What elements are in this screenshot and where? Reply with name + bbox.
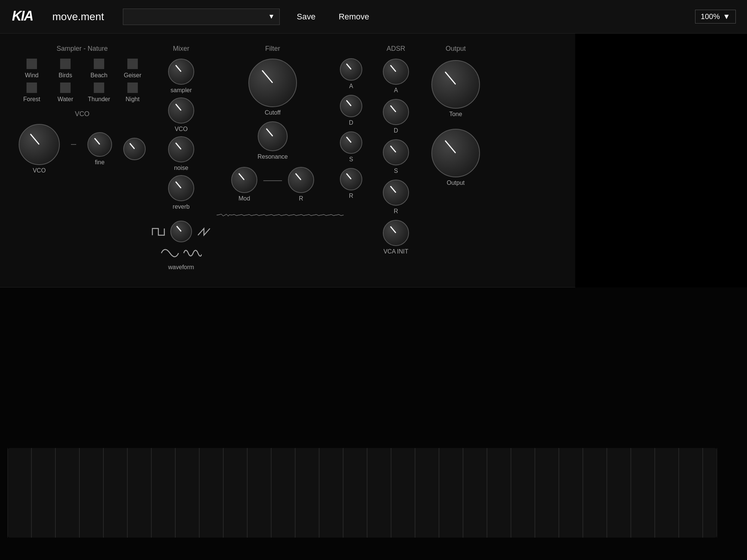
vco-extra-knob[interactable] (123, 138, 146, 160)
filter-r-label: R (299, 195, 303, 202)
zoom-arrow-icon: ▼ (723, 12, 730, 21)
vco-fine-label: fine (95, 159, 105, 166)
filter-adsr-d-knob[interactable] (340, 95, 362, 117)
mixer-noise-knob[interactable] (168, 136, 194, 162)
save-button[interactable]: Save (291, 9, 322, 25)
vca-init-knob[interactable] (383, 220, 409, 246)
mixer-reverb-knob[interactable] (168, 175, 194, 201)
filter-cutoff-group: Cutoff (248, 59, 297, 116)
adsr-a-knob[interactable] (383, 59, 409, 85)
filter-mod-knob[interactable] (231, 167, 257, 193)
output-output-knob[interactable] (431, 129, 480, 177)
filter-resonance-label: Resonance (258, 153, 288, 160)
vco-fine-knob[interactable] (87, 132, 112, 157)
sample-square-water (60, 83, 71, 93)
output-section: Output Tone Output (426, 41, 486, 280)
main-panel: Sampler - Nature Wind Birds Beach Geiser… (0, 34, 575, 287)
sample-wind[interactable]: Wind (19, 59, 45, 79)
sample-water[interactable]: Water (52, 83, 78, 103)
mixer-sampler-knob[interactable] (168, 59, 194, 85)
vco-main-knob-group: VCO (19, 124, 60, 174)
adsr-section: ADSR A D S R VCA INIT (366, 41, 426, 280)
sample-label-thunder: Thunder (88, 96, 110, 103)
sample-beach[interactable]: Beach (86, 59, 112, 79)
sample-label-forest: Forest (23, 96, 40, 103)
filter-adsr-a-knob[interactable] (340, 58, 362, 81)
filter-cutoff-label: Cutoff (265, 109, 280, 116)
filter-cutoff-knob[interactable] (248, 59, 297, 107)
mixer-sampler-group: sampler (168, 59, 194, 94)
mixer-knobs: sampler VCO noise reverb (152, 59, 211, 271)
bottom-area (0, 287, 747, 560)
sample-forest[interactable]: Forest (19, 83, 45, 103)
sample-birds[interactable]: Birds (52, 59, 78, 79)
vco-extra-knob-group (123, 138, 146, 160)
filter-adsr-r: R (340, 168, 362, 199)
preset-dropdown[interactable]: ▼ (123, 9, 280, 25)
mixer-reverb-label: reverb (173, 203, 189, 210)
sample-label-water: Water (58, 96, 73, 103)
filter-adsr-r-knob2[interactable] (340, 168, 362, 190)
vco-fine-knob-group: fine (87, 132, 112, 166)
adsr-r-group: R (383, 180, 409, 215)
remove-button[interactable]: Remove (333, 9, 375, 25)
vco-title: VCO (19, 110, 146, 118)
filter-resonance-group: Resonance (258, 121, 288, 160)
waveform-knob[interactable] (170, 221, 192, 242)
sine-wave2-icon[interactable] (183, 248, 202, 259)
waveform-display (217, 206, 344, 224)
filter-r-knob[interactable] (288, 167, 314, 193)
mixer-noise-group: noise (168, 136, 194, 171)
mixer-vco-knob[interactable] (168, 97, 194, 124)
adsr-s-knob[interactable] (383, 139, 409, 165)
mixer-section: Mixer sampler VCO noise reverb (153, 41, 209, 280)
top-bar: KIA move.ment ▼ Save Remove 100% ▼ (0, 0, 747, 34)
sampler-title: Sampler - Nature (19, 45, 146, 53)
adsr-a-group: A (383, 59, 409, 94)
vco-knob[interactable] (19, 124, 60, 165)
mixer-title: Mixer (173, 45, 189, 53)
sample-label-geiser: Geiser (124, 72, 141, 79)
filter-r-group: R (288, 167, 314, 202)
svg-rect-1 (7, 448, 717, 538)
vco-knob-label: VCO (33, 167, 46, 174)
filter-resonance-knob[interactable] (258, 121, 288, 151)
sine-wave1-icon[interactable] (161, 248, 179, 259)
app-title: move.ment (52, 11, 104, 23)
adsr-d-knob[interactable] (383, 99, 409, 125)
sample-label-birds: Birds (59, 72, 72, 79)
sample-label-night: Night (125, 96, 139, 103)
mixer-sampler-label: sampler (171, 87, 192, 94)
filter-section: Filter Cutoff Resonance Mod R (209, 41, 336, 280)
sample-label-beach: Beach (90, 72, 107, 79)
sample-square-birds (60, 59, 71, 69)
sample-geiser[interactable]: Geiser (120, 59, 146, 79)
filter-title: Filter (217, 45, 329, 53)
filter-adsr-section: A D S R (336, 41, 366, 280)
piano-keyboard[interactable] (7, 448, 717, 538)
sawtooth-wave-icon[interactable] (197, 225, 211, 238)
adsr-r-knob[interactable] (383, 180, 409, 206)
output-output-group: Output (431, 129, 480, 186)
waveform-label: waveform (168, 264, 194, 271)
output-title: Output (430, 45, 482, 53)
mixer-vco-group: VCO (168, 97, 194, 133)
filter-adsr-d: D (340, 95, 362, 126)
output-tone-knob[interactable] (431, 60, 480, 109)
filter-adsr-a: A (340, 58, 362, 90)
sample-night[interactable]: Night (120, 83, 146, 103)
mixer-noise-label: noise (174, 165, 188, 171)
sample-label-wind: Wind (25, 72, 38, 79)
zoom-control[interactable]: 100% ▼ (695, 10, 736, 24)
vco-connector (71, 144, 76, 145)
kia-logo: KIA (11, 6, 41, 28)
svg-text:KIA: KIA (12, 8, 33, 24)
square-wave-icon[interactable] (152, 225, 165, 238)
mod-connector (263, 180, 282, 181)
vca-init-label: VCA INIT (384, 248, 409, 255)
filter-adsr-s-knob[interactable] (340, 131, 362, 154)
sample-square-forest (27, 83, 37, 93)
sample-thunder[interactable]: Thunder (86, 83, 112, 103)
adsr-d-group: D (383, 99, 409, 134)
sampler-section: Sampler - Nature Wind Birds Beach Geiser… (11, 41, 153, 280)
